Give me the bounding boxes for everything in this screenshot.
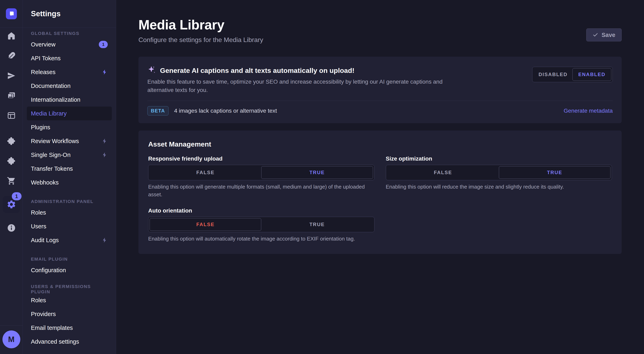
user-avatar[interactable]: M — [2, 331, 20, 348]
nav-purchase-button[interactable] — [6, 176, 16, 186]
paper-plane-icon — [7, 71, 16, 80]
strapi-logo-icon — [8, 10, 15, 17]
sidebar-item-configuration[interactable]: Configuration — [27, 263, 112, 277]
lightning-bolt-icon — [102, 69, 108, 75]
nav-marketplace-button[interactable] — [6, 156, 16, 166]
field-label: Size optimization — [386, 156, 612, 162]
nav-content-manager-button[interactable] — [6, 51, 16, 61]
home-icon — [7, 31, 16, 40]
sidebar-item-email-templates[interactable]: Email templates — [27, 321, 112, 335]
sidebar-item-label: Users — [31, 223, 46, 230]
toggle-option-true[interactable]: TRUE — [261, 218, 373, 231]
sidebar-item-single-sign-on[interactable]: Single Sign-On — [27, 148, 112, 162]
ai-captions-banner: Generate AI captions and alt texts autom… — [138, 57, 622, 123]
asset-management-card: Asset Management Responsive friendly upl… — [138, 131, 622, 254]
section-header: ADMINISTRATION PANEL — [27, 197, 112, 206]
lightning-bolt-icon — [102, 138, 108, 144]
nav-plugins-button[interactable] — [6, 136, 16, 146]
asset-management-grid: Responsive friendly upload FALSE TRUE En… — [148, 156, 612, 243]
nav-media-library-button[interactable] — [6, 91, 16, 100]
sidebar-item-label: Review Workflows — [31, 138, 79, 145]
sidebar-item-label: API Tokens — [31, 55, 60, 62]
nav-releases-button[interactable] — [6, 71, 16, 81]
banner-title-row: Generate AI captions and alt texts autom… — [148, 66, 450, 75]
puzzle-icon — [7, 137, 16, 146]
banner-divider — [148, 101, 613, 101]
field-label: Responsive friendly upload — [148, 156, 374, 162]
sidebar-item-label: Email templates — [31, 325, 73, 331]
settings-sidebar: Settings GLOBAL SETTINGS Overview 1 API … — [23, 0, 116, 354]
sidebar-item-label: Plugins — [31, 124, 50, 131]
sidebar-item-up-roles[interactable]: Roles — [27, 293, 112, 307]
sidebar-item-advanced-settings[interactable]: Advanced settings — [27, 335, 112, 349]
generate-metadata-link[interactable]: Generate metadata — [564, 108, 613, 114]
rail-logo-area — [0, 0, 22, 28]
sidebar-item-label: Roles — [31, 209, 46, 216]
check-icon — [592, 32, 598, 38]
sidebar-item-users[interactable]: Users — [27, 219, 112, 233]
beta-badge: BETA — [148, 106, 168, 116]
field-description: Enabling this option will reduce the ima… — [386, 183, 612, 191]
page-header: Media Library Configure the settings for… — [138, 17, 622, 44]
sidebar-item-releases[interactable]: Releases — [27, 65, 112, 79]
feather-icon — [7, 51, 16, 60]
rail-nav: 1 — [3, 28, 20, 233]
sidebar-item-label: Webhooks — [31, 179, 59, 186]
strapi-logo[interactable] — [6, 8, 17, 19]
sidebar-nav: GLOBAL SETTINGS Overview 1 API Tokens Re… — [23, 28, 116, 349]
sidebar-item-overview[interactable]: Overview 1 — [27, 37, 112, 51]
sidebar-item-label: Configuration — [31, 267, 66, 274]
sidebar-item-documentation[interactable]: Documentation — [27, 79, 112, 93]
save-button[interactable]: Save — [586, 28, 622, 41]
toggle-option-false[interactable]: FALSE — [150, 218, 261, 231]
banner-bottom: BETA 4 images lack captions or alternati… — [148, 106, 613, 117]
nav-help-button[interactable] — [6, 223, 16, 233]
sidebar-item-api-tokens[interactable]: API Tokens — [27, 51, 112, 65]
nav-home-button[interactable] — [6, 31, 16, 41]
toggle-option-true[interactable]: TRUE — [261, 166, 373, 179]
banner-top: Generate AI captions and alt texts autom… — [148, 66, 613, 94]
field-label: Auto orientation — [148, 207, 374, 214]
sidebar-item-media-library[interactable]: Media Library — [27, 107, 112, 120]
app-root: 1 M Settings GLOBAL SETTINGS Overview — [0, 0, 644, 354]
toggle-option-false[interactable]: FALSE — [150, 166, 261, 179]
gear-icon — [6, 199, 16, 209]
asset-management-title: Asset Management — [148, 140, 612, 148]
banner-title: Generate AI captions and alt texts autom… — [160, 67, 354, 74]
field-auto-orientation: Auto orientation FALSE TRUE Enabling thi… — [148, 207, 374, 243]
toggle-option-enabled[interactable]: ENABLED — [572, 68, 611, 81]
section-header: USERS & PERMISSIONS PLUGIN — [27, 285, 112, 293]
section-header: EMAIL PLUGIN — [27, 255, 112, 263]
toggle-option-true[interactable]: TRUE — [499, 166, 610, 179]
lightning-bolt-icon — [102, 237, 108, 243]
sidebar-item-label: Documentation — [31, 83, 70, 89]
toggle-option-disabled[interactable]: DISABLED — [534, 68, 572, 81]
nav-content-type-builder-button[interactable] — [6, 111, 16, 120]
shopping-cart-icon — [7, 177, 16, 185]
sidebar-item-transfer-tokens[interactable]: Transfer Tokens — [27, 162, 112, 176]
section-header: GLOBAL SETTINGS — [27, 29, 112, 37]
nav-settings-button[interactable]: 1 — [3, 196, 20, 213]
puzzle-icon — [7, 157, 16, 166]
lightning-bolt-icon — [102, 152, 108, 158]
field-description: Enabling this option will generate multi… — [148, 183, 374, 198]
sidebar-item-webhooks[interactable]: Webhooks — [27, 176, 112, 189]
toggle-option-false[interactable]: FALSE — [387, 166, 499, 179]
sidebar-header: Settings — [23, 0, 116, 28]
sidebar-item-roles[interactable]: Roles — [27, 206, 112, 219]
main-content: Media Library Configure the settings for… — [116, 0, 644, 354]
sidebar-item-label: Providers — [31, 311, 56, 318]
page-subtitle: Configure the settings for the Media Lib… — [138, 36, 263, 44]
sidebar-item-label: Advanced settings — [31, 338, 79, 345]
save-button-label: Save — [602, 32, 615, 38]
sidebar-item-audit-logs[interactable]: Audit Logs — [27, 233, 112, 247]
sidebar-title: Settings — [31, 9, 60, 18]
banner-status-text: 4 images lack captions or alternative te… — [174, 108, 277, 114]
sidebar-item-internationalization[interactable]: Internationalization — [27, 93, 112, 107]
sidebar-item-label: Transfer Tokens — [31, 166, 73, 172]
field-description: Enabling this option will automatically … — [148, 235, 374, 243]
sidebar-item-plugins[interactable]: Plugins — [27, 120, 112, 134]
rail-bottom: M — [0, 325, 22, 354]
sidebar-item-providers[interactable]: Providers — [27, 307, 112, 321]
sidebar-item-review-workflows[interactable]: Review Workflows — [27, 134, 112, 148]
